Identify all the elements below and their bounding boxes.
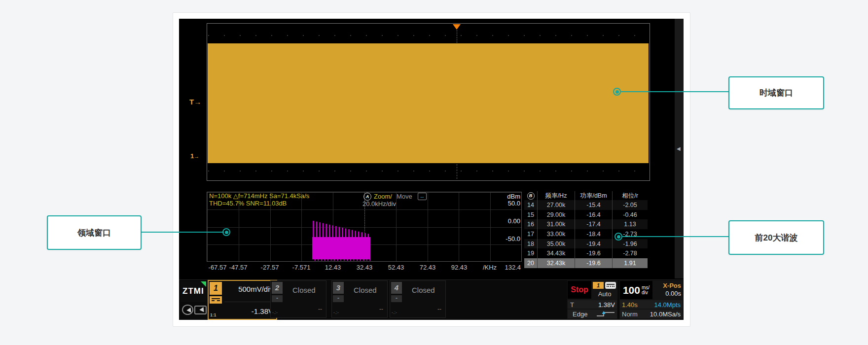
harmonics-header-row: B 频率/Hz 功率/dBm 相位/r	[524, 191, 648, 200]
channel2-sub-right: --	[318, 306, 322, 312]
callout-marker-harmonics	[615, 233, 622, 241]
acquisition-stop-button[interactable]: Stop	[568, 281, 591, 299]
marker-b-icon: B	[527, 192, 535, 200]
channel1-vdiv[interactable]: 500mV/div	[238, 285, 273, 293]
channel4-panel[interactable]: 4 - Closed -.:- --	[390, 280, 446, 318]
brand-logo: ZTMI	[181, 281, 206, 302]
channel2-badge[interactable]: 2	[272, 282, 283, 294]
channel4-sub-right: --	[437, 306, 441, 312]
table-row[interactable]: 1733.00k-18.4-2.73	[524, 229, 648, 239]
channel2-coupling-icon: -	[272, 295, 283, 302]
fft-hz-per-div: 20.0kHz/div	[362, 200, 396, 207]
x-tick: 52.43	[380, 264, 412, 271]
callout-time-domain: 时域窗口	[728, 76, 824, 109]
marker-a-icon: A	[363, 193, 371, 201]
table-row[interactable]: 1934.43k-19.6-2.78	[524, 248, 648, 258]
channel4-coupling-icon: -	[391, 295, 402, 302]
fft-info-line1: N=100k △f=714mHz Sa=71.4kSa/s	[209, 193, 309, 200]
channel2-sub-left: -.:-	[272, 310, 278, 315]
record-length-time: 1.40s	[622, 301, 638, 309]
xpos-value[interactable]: 0.00s	[665, 290, 681, 297]
channel1-coupling-icon[interactable]	[210, 296, 222, 304]
channel2-panel[interactable]: 2 - Closed -.:- --	[270, 280, 326, 318]
center-dashes-bottom	[457, 164, 457, 179]
x-end-label: 132.4	[496, 264, 521, 271]
channel3-coupling-icon: -	[333, 295, 344, 302]
xpos-label[interactable]: X-Pos	[663, 282, 681, 289]
time-domain-window	[207, 23, 650, 181]
channel1-position-marker[interactable]: 1→	[190, 152, 199, 160]
trigger-level-marker[interactable]: T→	[189, 98, 201, 106]
fft-zoom-button[interactable]: Zoom/	[374, 193, 392, 200]
callout-line-harmonics	[622, 236, 728, 237]
table-row[interactable]: 1631.00k-17.41.13	[524, 219, 648, 229]
harmonics-table: B 频率/Hz 功率/dBm 相位/r 1427.00k-15.4-2.05 1…	[524, 191, 648, 268]
channel4-badge[interactable]: 4	[391, 282, 402, 294]
channel1-probe-ratio: 1:1	[210, 312, 217, 317]
channel1-waveform	[208, 43, 649, 163]
side-panel-strip[interactable]: ◀	[675, 19, 684, 278]
trigger-mode[interactable]: Auto	[593, 290, 616, 298]
rising-edge-icon	[596, 310, 615, 317]
bottom-status-bar: ZTMI 1 1:1 500mV/div -1.38V 2 - Closed -	[179, 279, 684, 320]
record-row: 1.40s 14.0Mpts	[620, 300, 683, 309]
table-row[interactable]: 1529.00k-16.4-0.46	[524, 210, 648, 220]
col-power: 功率/dBm	[575, 191, 612, 200]
trigger-center-dashes	[457, 30, 457, 43]
channel4-state: Closed	[412, 286, 435, 294]
channel3-sub-right: --	[379, 306, 383, 312]
fft-unit-label: dBm	[486, 193, 520, 200]
x-tick: 92.43	[443, 264, 475, 271]
pointer-tool-icon[interactable]	[194, 306, 207, 314]
oscilloscope-screen: ◀ T→ 1→ N=100k △f=714mHz Sa=71.4kSa/s TH…	[179, 19, 684, 319]
channel1-badge[interactable]: 1	[210, 282, 222, 295]
fft-scale-bot: -50.0	[486, 235, 520, 242]
table-row-selected[interactable]: 2032.43k-19.61.91	[524, 258, 648, 268]
logo-corner-flag	[201, 281, 206, 287]
trigger-panel: Stop 1 Auto T 1.38V Edge	[567, 280, 617, 319]
table-row[interactable]: 1835.00k-19.4-1.96	[524, 239, 648, 249]
channel1-divider	[224, 302, 275, 302]
channel3-sub-left: -.:-	[333, 310, 339, 315]
trigger-source-badge[interactable]: 1	[593, 282, 604, 289]
x-tick: -47.57	[222, 264, 254, 271]
fft-move-button[interactable]: Move	[397, 193, 412, 200]
col-phase: 相位/r	[612, 191, 648, 200]
callout-harmonics: 前20大谐波	[728, 220, 824, 255]
trigger-coupling-icon[interactable]	[605, 282, 616, 289]
channel1-panel[interactable]: 1 1:1 500mV/div -1.38V	[208, 280, 277, 320]
acquisition-row: Norm 10.0MSa/s	[620, 310, 683, 318]
timebase-scale-button[interactable]: 100 ms/div	[620, 281, 652, 299]
col-freq: 频率/Hz	[537, 191, 575, 200]
fft-scale-mid: 0.00	[486, 217, 520, 225]
grid-dots-bottom	[208, 171, 649, 172]
memory-depth: 14.0Mpts	[654, 301, 681, 309]
collapse-arrow-icon[interactable]: ◀	[677, 146, 681, 151]
x-tick: -27.57	[254, 264, 286, 271]
table-row[interactable]: 1427.00k-15.4-2.05	[524, 200, 648, 210]
move-arrows-icon[interactable]: ↔	[418, 193, 427, 200]
x-tick: 72.43	[412, 264, 443, 271]
channel4-sub-left: -.:-	[392, 310, 397, 315]
acquisition-mode: Norm	[622, 310, 638, 318]
timebase-panel: 100 ms/div X-Pos 0.00s 1.40s 14.0Mpts No…	[619, 280, 683, 319]
channel3-panel[interactable]: 3 - Closed -.:- --	[331, 280, 388, 318]
fft-info-line2: THD=45.7% SNR=11.03dB	[209, 200, 287, 207]
callout-freq-domain: 领域窗口	[47, 215, 142, 250]
channel2-state: Closed	[292, 286, 316, 294]
callout-marker-time-domain	[613, 88, 621, 96]
channel3-state: Closed	[354, 286, 377, 294]
fft-scale-top: 50.0	[486, 200, 520, 207]
callout-marker-freq-domain	[222, 228, 230, 236]
callout-line-freq-domain	[139, 232, 224, 233]
trigger-level-row[interactable]: T 1.38V	[568, 300, 617, 309]
x-tick: 32.43	[349, 264, 380, 271]
x-tick: -7.571	[286, 264, 317, 271]
trigger-position-icon[interactable]	[453, 24, 461, 30]
x-tick: 12.43	[317, 264, 349, 271]
trigger-type-row[interactable]: Edge	[568, 310, 617, 318]
touch-gesture-icon[interactable]	[182, 305, 193, 315]
callout-line-time-domain	[621, 91, 729, 92]
channel3-badge[interactable]: 3	[333, 282, 344, 294]
grid-dots-top	[208, 35, 649, 36]
